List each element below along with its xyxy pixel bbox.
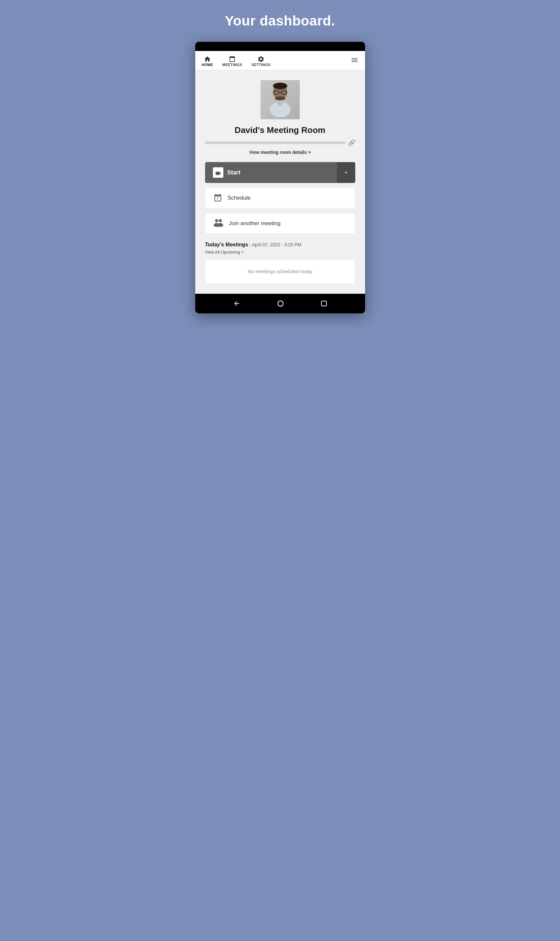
meetings-header: Today's Meetings - April 07, 2022 - 3:25… (205, 242, 355, 248)
svg-rect-13 (321, 301, 326, 306)
room-name: David's Meeting Room (235, 125, 326, 135)
nav-item-home[interactable]: HOME (202, 56, 213, 67)
home-icon (204, 56, 211, 63)
meetings-icon (229, 56, 236, 63)
meetings-section-title: Today's Meetings (205, 242, 248, 248)
home-button[interactable] (277, 300, 284, 307)
video-icon-box (213, 167, 223, 178)
join-meeting-button[interactable]: Join another meeting (205, 213, 355, 234)
back-button[interactable] (233, 300, 240, 307)
circle-icon (277, 300, 284, 307)
meeting-link-bar (205, 142, 345, 144)
schedule-button[interactable]: 7 Schedule (205, 188, 355, 208)
svg-point-1 (273, 83, 287, 89)
phone-screen: HOME MEETINGS SETTINGS (195, 51, 365, 294)
person-silhouette (264, 80, 297, 119)
back-icon (233, 300, 240, 307)
settings-nav-label: SETTINGS (251, 63, 271, 67)
video-camera-icon (215, 170, 222, 175)
start-label: Start (227, 169, 241, 176)
meetings-nav-label: MEETINGS (222, 63, 242, 67)
avatar (261, 80, 300, 119)
main-content: David's Meeting Room 🔗 View meeting room… (195, 70, 365, 294)
svg-point-9 (218, 219, 222, 222)
square-icon (321, 300, 327, 307)
svg-point-12 (278, 301, 283, 307)
top-nav: HOME MEETINGS SETTINGS (195, 51, 365, 70)
view-upcoming-link[interactable]: View All Upcoming > (205, 250, 355, 255)
hamburger-icon (351, 56, 358, 64)
calendar-icon-wrap: 7 (213, 193, 222, 202)
nav-item-settings[interactable]: SETTINGS (251, 56, 271, 67)
status-bar (195, 42, 365, 51)
view-details-link[interactable]: View meeting room details > (249, 150, 311, 155)
nav-item-meetings[interactable]: MEETINGS (222, 56, 242, 67)
dropdown-arrow-icon (343, 170, 349, 176)
phone-shell: HOME MEETINGS SETTINGS (195, 42, 365, 313)
svg-point-8 (215, 219, 218, 222)
hamburger-menu[interactable] (351, 56, 358, 66)
bottom-bar (195, 294, 365, 313)
schedule-label: Schedule (228, 195, 251, 201)
group-icon (213, 218, 224, 227)
recent-button[interactable] (321, 300, 327, 307)
page-title: Your dashboard. (225, 13, 335, 29)
avatar-placeholder (261, 80, 300, 119)
home-nav-label: HOME (202, 63, 213, 67)
meetings-date: - April 07, 2022 - 3:25 PM (249, 242, 302, 247)
settings-icon (257, 56, 265, 63)
start-button-row: Start (205, 162, 355, 183)
link-icon: 🔗 (348, 139, 355, 147)
start-dropdown-button[interactable] (337, 162, 355, 183)
no-meetings-box: No meetings scheduled today (205, 259, 355, 284)
svg-point-5 (275, 96, 285, 100)
join-label: Join another meeting (229, 220, 281, 227)
start-button[interactable]: Start (205, 162, 337, 183)
link-row: 🔗 (205, 139, 355, 147)
people-icon (213, 218, 224, 229)
calendar-date: 7 (217, 197, 218, 201)
no-meetings-text: No meetings scheduled today (248, 268, 312, 274)
